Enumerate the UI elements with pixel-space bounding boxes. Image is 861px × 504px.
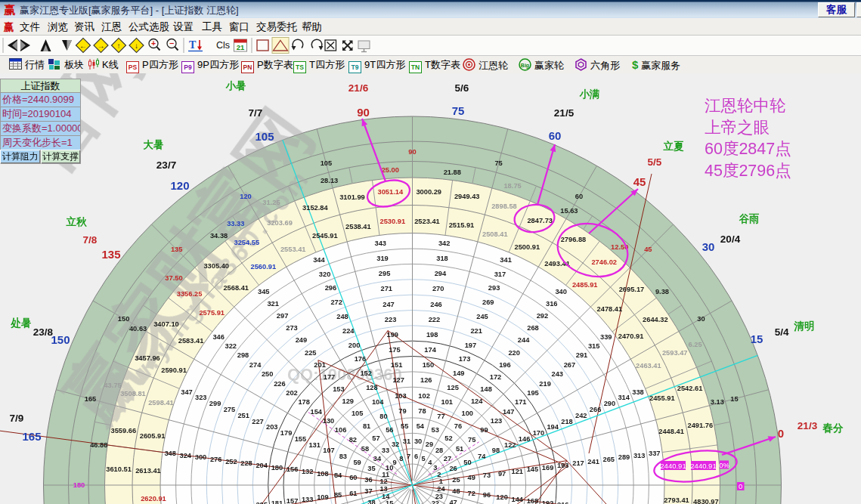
svg-text:21/6: 21/6 (348, 82, 369, 94)
svg-text:269: 269 (482, 298, 494, 306)
svg-text:153: 153 (333, 385, 345, 393)
svg-text:7/8: 7/8 (83, 234, 98, 246)
svg-text:203: 203 (266, 423, 278, 431)
svg-text:195: 195 (527, 389, 539, 397)
svg-text:181: 181 (271, 499, 283, 504)
svg-text:2545.91: 2545.91 (312, 232, 338, 240)
svg-text:275: 275 (224, 406, 236, 413)
svg-text:268: 268 (527, 324, 539, 332)
svg-text:45度2796点: 45度2796点 (705, 162, 791, 180)
svg-text:266: 266 (590, 406, 602, 413)
svg-text:58: 58 (361, 445, 369, 453)
svg-text:5/4: 5/4 (775, 326, 789, 338)
svg-text:3: 3 (433, 464, 437, 472)
svg-text:15: 15 (386, 499, 393, 504)
svg-text:7/7: 7/7 (249, 107, 263, 119)
svg-text:2: 2 (437, 471, 441, 478)
svg-text:31.25: 31.25 (262, 199, 280, 206)
svg-text:4: 4 (428, 459, 432, 466)
svg-text:192: 192 (542, 499, 554, 504)
svg-text:314: 314 (618, 394, 630, 401)
svg-text:53: 53 (432, 426, 439, 434)
svg-text:296: 296 (325, 284, 337, 292)
svg-text:180: 180 (271, 464, 283, 472)
svg-text:216: 216 (557, 501, 569, 504)
svg-text:73: 73 (483, 472, 491, 479)
svg-text:37: 37 (364, 487, 372, 495)
svg-text:49: 49 (468, 474, 475, 481)
svg-text:32: 32 (392, 441, 399, 448)
svg-text:126: 126 (420, 376, 432, 384)
svg-text:321: 321 (267, 300, 279, 308)
svg-text:103: 103 (395, 392, 407, 400)
svg-text:37.50: 37.50 (165, 274, 182, 282)
svg-text:2440.91: 2440.91 (660, 462, 686, 470)
svg-text:15.63: 15.63 (560, 207, 578, 215)
svg-text:151: 151 (391, 361, 403, 369)
svg-text:5/6: 5/6 (455, 82, 469, 94)
svg-text:267: 267 (564, 361, 576, 369)
svg-text:168: 168 (527, 497, 539, 504)
svg-text:144: 144 (512, 496, 524, 503)
svg-text:346: 346 (212, 333, 225, 341)
svg-text:←: ← (79, 42, 87, 50)
svg-text:2593.47: 2593.47 (662, 349, 688, 357)
svg-text:147: 147 (503, 408, 515, 416)
svg-text:2796.88: 2796.88 (561, 236, 587, 243)
svg-text:35: 35 (367, 465, 375, 472)
svg-text:3254.55: 3254.55 (234, 239, 259, 246)
svg-text:50: 50 (463, 459, 471, 466)
svg-text:2553.41: 2553.41 (280, 246, 306, 253)
svg-text:75: 75 (452, 104, 465, 117)
svg-text:300: 300 (195, 453, 207, 461)
svg-text:15: 15 (730, 395, 738, 403)
svg-text:173: 173 (459, 355, 471, 363)
svg-text:5: 5 (422, 455, 426, 462)
svg-text:150: 150 (423, 361, 435, 369)
svg-text:252: 252 (225, 458, 237, 465)
svg-text:76: 76 (454, 422, 462, 430)
svg-text:3559.66: 3559.66 (110, 427, 136, 434)
svg-text:2538.41: 2538.41 (345, 223, 371, 230)
svg-text:245: 245 (476, 313, 488, 320)
svg-text:3457.96: 3457.96 (135, 354, 160, 362)
svg-text:2448.41: 2448.41 (658, 428, 684, 435)
svg-text:175: 175 (389, 346, 401, 354)
svg-text:131: 131 (308, 441, 321, 449)
svg-text:99: 99 (480, 426, 488, 434)
svg-text:274: 274 (249, 361, 262, 369)
svg-text:34.38: 34.38 (210, 232, 228, 240)
svg-text:2560.91: 2560.91 (250, 263, 276, 271)
svg-text:120: 120 (240, 193, 252, 200)
svg-text:2695.17: 2695.17 (619, 286, 645, 293)
svg-text:小满: 小满 (579, 88, 600, 100)
svg-text:135: 135 (171, 246, 183, 253)
svg-text:127: 127 (392, 376, 404, 384)
svg-text:春分: 春分 (822, 422, 844, 434)
svg-text:2463.41: 2463.41 (636, 362, 661, 369)
svg-text:251: 251 (237, 412, 249, 419)
svg-text:25: 25 (452, 476, 460, 484)
svg-text:21/3: 21/3 (798, 420, 818, 431)
svg-text:297: 297 (277, 312, 289, 320)
svg-text:198: 198 (426, 331, 438, 339)
svg-text:38: 38 (367, 499, 375, 504)
svg-text:83: 83 (339, 453, 347, 460)
svg-text:85: 85 (334, 491, 342, 499)
svg-text:78: 78 (418, 407, 426, 415)
svg-text:54: 54 (417, 422, 425, 430)
svg-text:155: 155 (295, 435, 307, 443)
svg-text:57: 57 (372, 434, 379, 442)
svg-text:295: 295 (379, 270, 391, 277)
svg-text:265: 265 (603, 456, 615, 463)
svg-text:清明: 清明 (794, 320, 815, 332)
svg-text:319: 319 (376, 255, 389, 262)
svg-text:→: → (98, 42, 105, 50)
svg-text:11: 11 (382, 471, 389, 478)
svg-text:270: 270 (432, 285, 444, 292)
svg-text:218: 218 (561, 418, 573, 425)
svg-text:59: 59 (353, 459, 361, 466)
svg-text:33.33: 33.33 (227, 220, 244, 227)
svg-text:200: 200 (348, 342, 361, 349)
svg-text:28.13: 28.13 (321, 177, 338, 184)
